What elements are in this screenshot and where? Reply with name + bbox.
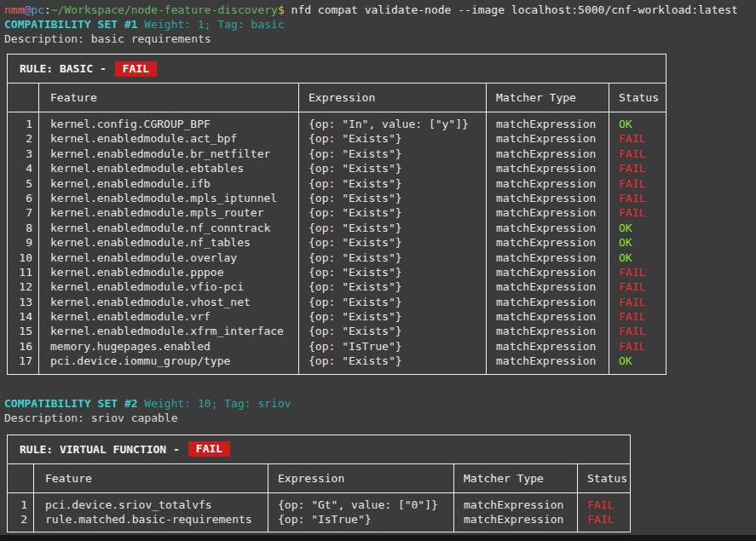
table-grid: Feature Expression Matcher Type Status 1… (8, 464, 630, 532)
expression-value: {op: "Exists"} (298, 131, 486, 146)
row-number: 17 (8, 354, 38, 368)
status-value: FAIL (609, 147, 666, 161)
row-number: 6 (8, 191, 38, 205)
prompt-user: nmm (4, 3, 24, 16)
feature-value: kernel.enabledmodule.mpls_iptunnel (38, 191, 298, 205)
matcher-type-value: matchExpression (486, 250, 609, 265)
matcher-type-value: matchExpression (486, 161, 609, 176)
table-row: 8kernel.enabledmodule.nf_conntrack{op: "… (8, 221, 666, 235)
matcher-type-value: matchExpression (486, 324, 609, 338)
table-row: 5kernel.enabledmodule.ifb{op: "Exists"}m… (8, 176, 666, 191)
table-row: 12kernel.enabledmodule.vfio-pci{op: "Exi… (8, 279, 666, 294)
command-line: nmm@pc:~/Workspace/node-feature-discover… (0, 0, 756, 17)
column-header-expression: Expression (298, 91, 486, 104)
row-number: 11 (8, 265, 38, 279)
feature-value: kernel.enabledmodule.mpls_router (38, 205, 298, 220)
row-number: 2 (8, 131, 38, 146)
row-number: 8 (8, 221, 38, 235)
column-header-feature: Feature (33, 472, 268, 485)
table-body: 1kernel.config.CGROUP_BPF{op: "In", valu… (8, 112, 666, 374)
status-value: FAIL (577, 512, 630, 527)
table-row: 1kernel.config.CGROUP_BPF{op: "In", valu… (8, 117, 666, 131)
feature-value: kernel.enabledmodule.vrf (38, 309, 298, 324)
table-row: 2kernel.enabledmodule.act_bpf{op: "Exist… (8, 131, 666, 146)
table-row: 9kernel.enabledmodule.nf_tables{op: "Exi… (8, 235, 666, 250)
row-number: 15 (8, 324, 38, 338)
feature-value: kernel.enabledmodule.act_bpf (38, 131, 298, 146)
table-row: 17pci.device.iommu_group/type{op: "Exist… (8, 354, 666, 368)
row-number: 9 (8, 235, 38, 250)
column-header-matcher-type: Matcher Type (453, 472, 577, 485)
row-number: 13 (8, 295, 38, 309)
column-header-expression: Expression (268, 472, 453, 485)
set1-meta: Weight: 1; Tag: basic (138, 18, 285, 31)
status-value: FAIL (609, 205, 666, 220)
matcher-type-value: matchExpression (486, 221, 609, 235)
matcher-type-value: matchExpression (453, 512, 577, 527)
command-text: nfd compat validate-node --image localho… (291, 3, 738, 16)
matcher-type-value: matchExpression (486, 191, 609, 205)
matcher-type-value: matchExpression (486, 279, 609, 294)
expression-value: {op: "Exists"} (298, 235, 486, 250)
expression-value: {op: "Exists"} (298, 354, 486, 368)
row-number: 12 (8, 279, 38, 294)
column-header-feature: Feature (38, 91, 298, 104)
table-row: 4kernel.enabledmodule.ebtables{op: "Exis… (8, 161, 666, 176)
row-number: 2 (8, 512, 33, 527)
status-value: FAIL (609, 131, 666, 146)
status-value: FAIL (609, 265, 666, 279)
row-number: 1 (8, 117, 38, 131)
feature-value: rule.matched.basic-requirements (33, 512, 268, 527)
rule-label: RULE: VIRTUAL FUNCTION - (20, 443, 180, 456)
matcher-type-value: matchExpression (486, 354, 609, 368)
rule-header-virtual-function: RULE: VIRTUAL FUNCTION - FAIL (8, 435, 630, 464)
status-value: FAIL (609, 279, 666, 294)
prompt-colon: : (44, 3, 51, 16)
feature-value: memory.hugepages.enabled (38, 339, 298, 354)
rule-status-badge: FAIL (188, 441, 230, 457)
matcher-type-value: matchExpression (486, 131, 609, 146)
column-header-status: Status (577, 472, 630, 485)
rule-label: RULE: BASIC - (20, 62, 107, 75)
table-body: 1pci.device.sriov_totalvfs{op: "Gt", val… (8, 493, 630, 532)
matcher-type-value: matchExpression (486, 265, 609, 279)
rule-status-badge: FAIL (115, 61, 157, 77)
row-number: 1 (8, 498, 33, 512)
status-value: FAIL (609, 324, 666, 338)
expression-value: {op: "Exists"} (298, 161, 486, 176)
status-value: FAIL (609, 339, 666, 354)
matcher-type-value: matchExpression (486, 176, 609, 191)
feature-value: kernel.enabledmodule.ebtables (38, 161, 298, 176)
table-header-row: Feature Expression Matcher Type Status (8, 464, 630, 493)
column-header-matcher-type: Matcher Type (486, 91, 609, 104)
row-number: 16 (8, 339, 38, 354)
table-row: 7kernel.enabledmodule.mpls_router{op: "E… (8, 205, 666, 220)
prompt-dollar: $ (278, 3, 291, 16)
feature-value: kernel.config.CGROUP_BPF (38, 117, 298, 131)
results-table-basic: RULE: BASIC - FAIL Feature Expression Ma… (7, 54, 667, 375)
matcher-type-value: matchExpression (453, 498, 577, 512)
table-row: 6kernel.enabledmodule.mpls_iptunnel{op: … (8, 191, 666, 205)
set1-heading: COMPATIBILITY SET #1 Weight: 1; Tag: bas… (0, 17, 756, 32)
terminal-window: nmm@pc:~/Workspace/node-feature-discover… (0, 0, 756, 541)
table-row: 14kernel.enabledmodule.vrf{op: "Exists"}… (8, 309, 666, 324)
matcher-type-value: matchExpression (486, 309, 609, 324)
rule-header-basic: RULE: BASIC - FAIL (8, 55, 666, 83)
expression-value: {op: "Exists"} (298, 147, 486, 161)
table-row: 11kernel.enabledmodule.pppoe{op: "Exists… (8, 265, 666, 279)
status-value: FAIL (609, 176, 666, 191)
row-number: 10 (8, 250, 38, 265)
set2-meta: Weight: 10; Tag: sriov (138, 397, 291, 410)
prompt-host: pc (31, 3, 44, 16)
row-number: 4 (8, 161, 38, 176)
table-grid: Feature Expression Matcher Type Status 1… (8, 83, 666, 374)
table-header-row: Feature Expression Matcher Type Status (8, 83, 666, 112)
feature-value: kernel.enabledmodule.ifb (38, 176, 298, 191)
expression-value: {op: "IsTrue"} (268, 512, 453, 527)
column-header-status: Status (609, 91, 666, 104)
status-value: FAIL (577, 498, 630, 512)
feature-value: kernel.enabledmodule.br_netfilter (38, 147, 298, 161)
expression-value: {op: "Exists"} (298, 309, 486, 324)
set2-heading: COMPATIBILITY SET #2 Weight: 10; Tag: sr… (0, 396, 756, 411)
status-value: OK (609, 235, 666, 250)
